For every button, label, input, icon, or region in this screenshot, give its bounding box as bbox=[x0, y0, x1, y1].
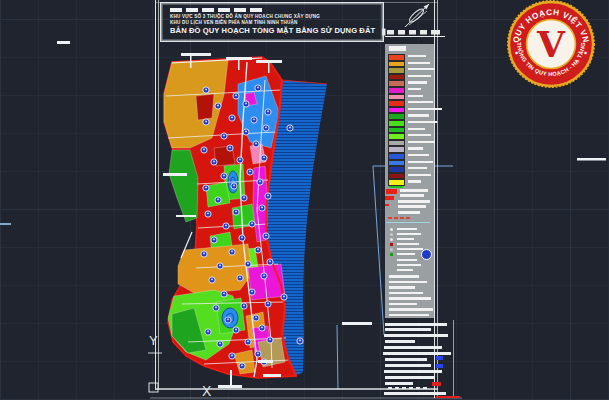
logo-center-letter: V bbox=[536, 23, 566, 65]
legend-swatch bbox=[388, 67, 405, 74]
notes-bar bbox=[432, 382, 441, 386]
logo-separator-dot-right bbox=[584, 52, 587, 55]
notes-bar bbox=[384, 334, 448, 337]
annotation-bar bbox=[230, 370, 232, 386]
parcel-marker-dot bbox=[207, 331, 209, 333]
legend-block bbox=[386, 222, 430, 223]
legend-label-bar bbox=[408, 88, 421, 90]
zoning-map bbox=[0, 41, 606, 390]
land-parcel bbox=[196, 94, 214, 120]
parcel-marker-dot bbox=[265, 235, 267, 237]
legend-swatch bbox=[388, 61, 405, 68]
legend-block bbox=[389, 281, 427, 284]
legend-swatch bbox=[388, 100, 405, 107]
annotation-bar bbox=[226, 57, 252, 60]
legend-block bbox=[390, 233, 393, 236]
parcel-marker-dot bbox=[233, 185, 235, 187]
parcel-marker-dot bbox=[243, 305, 245, 307]
legend-swatch bbox=[388, 140, 405, 147]
legend-block bbox=[389, 286, 415, 289]
parcel-marker-dot bbox=[251, 291, 253, 293]
notes-bar bbox=[384, 346, 442, 349]
parcel-marker-dot bbox=[205, 187, 207, 189]
notes-bar bbox=[385, 328, 431, 331]
legend-block bbox=[390, 238, 393, 241]
notes-bar bbox=[402, 387, 406, 389]
parcel-marker-dot bbox=[239, 159, 241, 161]
legend-block bbox=[398, 200, 430, 203]
legend-block bbox=[389, 303, 417, 306]
legend-label-bar bbox=[408, 141, 435, 143]
notes-bar bbox=[436, 364, 443, 368]
legend-label-bar bbox=[408, 167, 427, 169]
parcel-marker-dot bbox=[265, 127, 267, 129]
legend-label-bar bbox=[408, 75, 431, 77]
notes-bar bbox=[385, 323, 447, 326]
parcel-marker-dot bbox=[283, 296, 285, 298]
annotation-bar bbox=[258, 360, 273, 363]
legend-swatch bbox=[388, 87, 405, 94]
notes-bar bbox=[385, 358, 427, 361]
legend-label-bar bbox=[408, 154, 429, 156]
parcel-marker-dot bbox=[217, 105, 219, 107]
parcel-marker-dot bbox=[257, 353, 259, 355]
legend-block bbox=[398, 211, 420, 214]
notes-bar bbox=[384, 392, 446, 395]
parcel-marker-dot bbox=[255, 143, 257, 145]
legend-label-bar bbox=[408, 174, 431, 176]
parcel-marker-dot bbox=[203, 149, 205, 151]
notes-bar bbox=[388, 387, 392, 389]
parcel-marker-dot bbox=[227, 319, 229, 321]
ucs-y-label: Y bbox=[149, 333, 158, 348]
legend-block bbox=[421, 249, 432, 260]
legend-swatch bbox=[388, 107, 405, 114]
parcel-marker-dot bbox=[223, 175, 225, 177]
parcel-marker-dot bbox=[205, 89, 207, 91]
parcel-marker-dot bbox=[289, 127, 291, 129]
legend-panel bbox=[385, 44, 434, 318]
parcel-marker-dot bbox=[219, 343, 221, 345]
notes-bar bbox=[385, 382, 413, 385]
legend-swatch bbox=[388, 54, 405, 61]
annotation-bar bbox=[256, 60, 282, 63]
legend-block bbox=[397, 259, 417, 261]
legend-block bbox=[406, 217, 410, 219]
parcel-marker-dot bbox=[299, 340, 301, 342]
parcel-marker-dot bbox=[263, 157, 265, 159]
legend-swatch bbox=[388, 133, 405, 140]
legend-block bbox=[389, 308, 433, 311]
notes-bar bbox=[436, 396, 460, 398]
annotation-bar bbox=[57, 41, 70, 44]
parcel-marker-dot bbox=[225, 225, 227, 227]
annotation-bar bbox=[190, 56, 192, 68]
legend-block bbox=[397, 238, 414, 240]
parcel-marker-dot bbox=[219, 265, 221, 267]
legend-block bbox=[389, 314, 429, 317]
annotation-bar bbox=[176, 215, 196, 217]
legend-block bbox=[397, 243, 419, 245]
parcel-marker-dot bbox=[229, 147, 231, 149]
annotation-bar bbox=[342, 322, 372, 325]
legend-swatch bbox=[388, 94, 405, 101]
notes-bar bbox=[409, 387, 413, 389]
legend-block bbox=[385, 204, 389, 206]
parcel-marker-dot bbox=[203, 253, 205, 255]
parcel-marker-dot bbox=[215, 307, 217, 309]
parcel-marker-dot bbox=[267, 303, 269, 305]
legend-label-bar bbox=[408, 161, 433, 163]
parcel-marker-dot bbox=[253, 119, 255, 121]
parcel-marker-dot bbox=[261, 207, 263, 209]
scale-bar bbox=[382, 29, 445, 37]
parcel-marker-dot bbox=[257, 249, 259, 251]
cad-viewport[interactable]: Y X KHU VỰC SỐ 3 THUỘC ĐỒ ÁN QUY HOẠCH C… bbox=[0, 0, 609, 400]
notes-title-table bbox=[383, 320, 454, 398]
north-arrow-icon bbox=[405, 4, 429, 27]
legend-label-bar bbox=[408, 114, 429, 116]
leader-line bbox=[373, 166, 384, 335]
notes-bar bbox=[423, 387, 427, 389]
title-line-2: KHU DU LỊCH VEN BIỂN PHÍA NAM TỈNH NINH … bbox=[170, 20, 298, 25]
notes-bar bbox=[395, 387, 399, 389]
notes-bar bbox=[384, 370, 442, 373]
legend-block bbox=[400, 194, 424, 197]
land-parcel bbox=[178, 244, 252, 294]
